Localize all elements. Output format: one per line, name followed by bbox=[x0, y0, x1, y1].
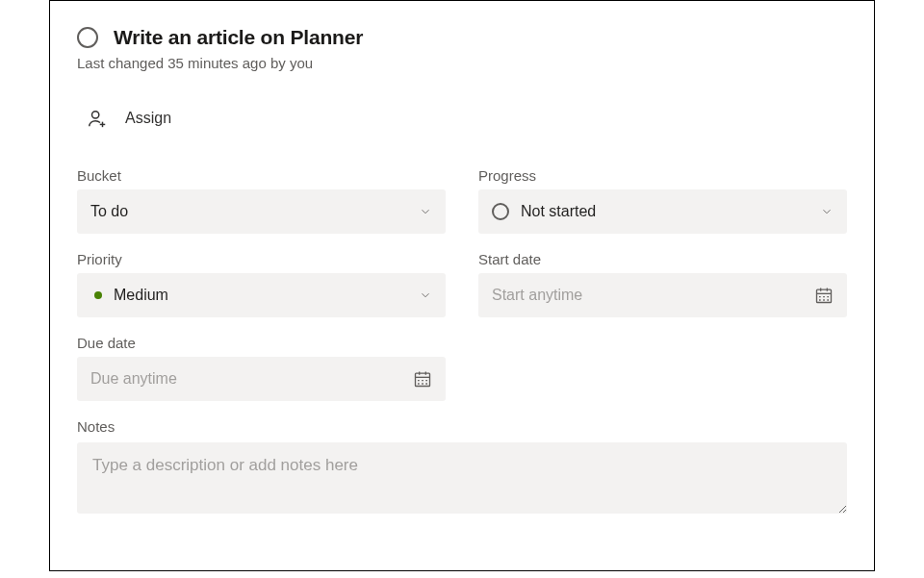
complete-task-radio[interactable] bbox=[77, 27, 98, 48]
priority-value-text: Medium bbox=[114, 287, 168, 304]
last-changed-text: Last changed 35 minutes ago by you bbox=[77, 55, 847, 71]
progress-value: Not started bbox=[492, 203, 596, 220]
due-date-placeholder: Due anytime bbox=[90, 370, 177, 388]
bucket-label: Bucket bbox=[77, 167, 446, 184]
due-date-input[interactable]: Due anytime bbox=[77, 357, 446, 401]
start-date-label: Start date bbox=[478, 251, 847, 267]
chevron-down-icon bbox=[820, 205, 834, 218]
notes-label: Notes bbox=[77, 418, 847, 435]
bucket-value: To do bbox=[90, 203, 128, 220]
not-started-circle-icon bbox=[492, 203, 509, 220]
assign-person-icon bbox=[87, 108, 108, 129]
priority-label: Priority bbox=[77, 251, 446, 267]
notes-section: Notes bbox=[77, 418, 847, 517]
assign-button[interactable]: Assign bbox=[87, 108, 847, 129]
due-date-field: Due date Due anytime bbox=[77, 335, 446, 401]
task-header: Write an article on Planner bbox=[77, 26, 847, 49]
start-date-placeholder: Start anytime bbox=[492, 287, 582, 304]
progress-label: Progress bbox=[478, 167, 847, 184]
calendar-icon bbox=[413, 369, 432, 389]
task-title: Write an article on Planner bbox=[114, 26, 363, 49]
assign-label: Assign bbox=[125, 110, 171, 127]
priority-dot-icon bbox=[94, 291, 102, 299]
priority-select[interactable]: Medium bbox=[77, 273, 446, 317]
chevron-down-icon bbox=[419, 289, 432, 302]
calendar-icon bbox=[814, 286, 834, 305]
bucket-select[interactable]: To do bbox=[77, 189, 446, 234]
notes-textarea[interactable] bbox=[77, 442, 847, 514]
progress-field: Progress Not started bbox=[478, 167, 847, 234]
priority-value: Medium bbox=[90, 287, 168, 304]
fields-grid: Bucket To do Progress Not started Priori… bbox=[77, 167, 847, 401]
chevron-down-icon bbox=[419, 205, 432, 218]
svg-point-0 bbox=[92, 112, 99, 118]
due-date-label: Due date bbox=[77, 335, 446, 351]
priority-field: Priority Medium bbox=[77, 251, 446, 317]
bucket-field: Bucket To do bbox=[77, 167, 446, 234]
start-date-input[interactable]: Start anytime bbox=[478, 273, 847, 317]
start-date-field: Start date Start anytime bbox=[478, 251, 847, 317]
task-detail-panel: Write an article on Planner Last changed… bbox=[49, 0, 875, 571]
progress-select[interactable]: Not started bbox=[478, 189, 847, 234]
progress-value-text: Not started bbox=[521, 203, 596, 220]
